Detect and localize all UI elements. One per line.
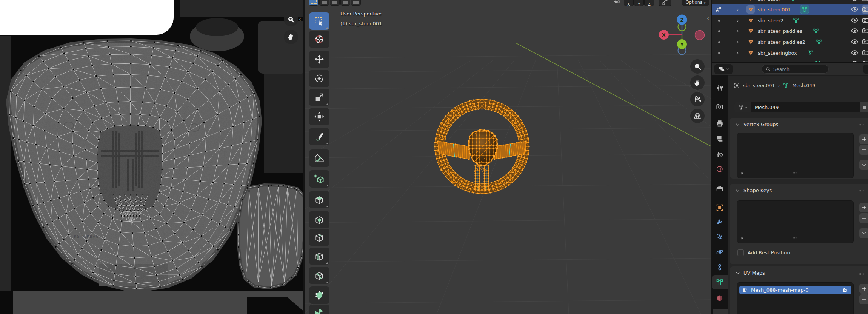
- panel-drag-handle[interactable]: [858, 188, 864, 194]
- viewport-ortho-button[interactable]: [690, 109, 705, 123]
- properties-tab-collection[interactable]: [712, 182, 728, 196]
- visibility-eye-icon[interactable]: [851, 5, 859, 14]
- object-name[interactable]: sbr_steer_paddles2: [758, 39, 805, 45]
- properties-tab-physics[interactable]: [712, 245, 728, 259]
- viewport-zoom-button[interactable]: [690, 59, 705, 74]
- vertex-group-remove-button[interactable]: [859, 145, 868, 155]
- disclosure-chevron-icon[interactable]: ›: [737, 17, 739, 24]
- visibility-eye-icon[interactable]: [851, 38, 859, 46]
- visibility-eye-icon[interactable]: [851, 27, 859, 35]
- tool-spin[interactable]: [309, 305, 329, 314]
- mesh-object-icon[interactable]: [746, 0, 755, 3]
- mesh-object-icon[interactable]: [746, 5, 755, 14]
- options-dropdown[interactable]: Options ▾: [682, 0, 709, 6]
- tool-move[interactable]: [309, 51, 329, 68]
- tool-poly-build[interactable]: [309, 286, 329, 304]
- filter-button-cut[interactable]: [863, 65, 868, 74]
- object-name[interactable]: sbr_steer.001: [758, 7, 791, 12]
- tool-bevel[interactable]: [309, 229, 329, 246]
- uv-map-remove-button[interactable]: [859, 294, 868, 304]
- uv-maps-header[interactable]: UV Maps: [735, 270, 765, 276]
- render-camera-icon[interactable]: [862, 38, 868, 46]
- tool-rotate[interactable]: [309, 70, 329, 87]
- expand-icon[interactable]: [740, 171, 745, 175]
- proportional-falloff-button[interactable]: [659, 0, 671, 6]
- select-mode-button-2[interactable]: [330, 0, 340, 6]
- mesh-data-icon[interactable]: [789, 0, 797, 3]
- resize-grip-icon[interactable]: [792, 236, 799, 240]
- viewport-sidebar-collapse-arrow[interactable]: ‹: [707, 16, 709, 21]
- panel-drag-handle[interactable]: [858, 271, 864, 277]
- editor-type-dropdown[interactable]: [714, 64, 733, 74]
- resize-grip-icon[interactable]: [792, 171, 799, 175]
- add-rest-position-checkbox[interactable]: [737, 249, 744, 256]
- render-camera-icon[interactable]: [862, 16, 868, 25]
- mesh-data-icon[interactable]: [792, 16, 800, 25]
- disclosure-chevron-icon[interactable]: ›: [737, 38, 739, 46]
- mesh-data-icon[interactable]: [812, 27, 820, 35]
- breadcrumb-data[interactable]: Mesh.049: [792, 83, 815, 88]
- properties-tab-modifiers[interactable]: [712, 215, 728, 229]
- render-camera-icon[interactable]: [862, 0, 868, 3]
- outliner-row-sbr_steeringbox[interactable]: › sbr_steeringbox: [712, 48, 868, 58]
- disclosure-chevron-icon[interactable]: ›: [737, 27, 739, 35]
- mesh-data-icon[interactable]: [800, 5, 809, 14]
- mesh-type-dropdown[interactable]: [734, 102, 751, 112]
- uv-zoom-button[interactable]: [284, 12, 298, 26]
- shape-keys-header[interactable]: Shape Keys: [735, 188, 772, 193]
- tool-loop-cut[interactable]: [309, 248, 329, 265]
- tool-knife[interactable]: [309, 267, 329, 284]
- tool-select-box[interactable]: [309, 12, 329, 30]
- mirror-x-button[interactable]: X: [624, 0, 634, 6]
- render-camera-icon[interactable]: [842, 287, 848, 293]
- shape-key-add-button[interactable]: [859, 203, 868, 212]
- properties-tab-scene[interactable]: [712, 147, 728, 161]
- tool-add-cube[interactable]: [309, 170, 329, 188]
- mirror-z-button[interactable]: Z: [644, 0, 654, 6]
- fake-user-button[interactable]: [860, 102, 868, 112]
- mesh-name-input[interactable]: Mesh.049: [751, 102, 860, 112]
- properties-tab-particles[interactable]: [712, 229, 728, 244]
- properties-tab-view-layer[interactable]: [712, 132, 728, 146]
- mirror-y-button[interactable]: Y: [634, 0, 644, 6]
- tool-cursor[interactable]: [309, 31, 329, 48]
- tool-scale[interactable]: [309, 89, 329, 106]
- tool-inset-faces[interactable]: [309, 211, 329, 228]
- shape-keys-list[interactable]: [737, 200, 854, 243]
- outliner-row-sbr_steer2[interactable]: › sbr_steer2: [712, 15, 868, 26]
- select-mode-button-0[interactable]: [309, 0, 319, 6]
- uv-map-add-button[interactable]: [859, 284, 868, 294]
- select-mode-button-4[interactable]: [351, 0, 361, 6]
- properties-tab-constraints[interactable]: [712, 260, 728, 274]
- properties-tab-output[interactable]: [712, 116, 728, 131]
- disclosure-chevron-icon[interactable]: ›: [737, 49, 739, 57]
- outliner-row-sbr_steer_paddles2[interactable]: › sbr_steer_paddles2: [712, 37, 868, 47]
- disclosure-chevron-icon[interactable]: ›: [737, 0, 739, 3]
- viewport-camera-button[interactable]: [690, 92, 705, 106]
- render-camera-icon[interactable]: [862, 27, 868, 35]
- mesh-data-icon[interactable]: [806, 49, 814, 57]
- visibility-eye-icon[interactable]: [851, 16, 859, 25]
- mesh-object-icon[interactable]: [746, 49, 755, 57]
- visibility-eye-icon[interactable]: [851, 49, 859, 57]
- tool-annotate[interactable]: [309, 128, 329, 145]
- expand-icon[interactable]: [740, 236, 745, 240]
- uv-map-item-active[interactable]: Mesh_088-mesh-map-0: [739, 286, 851, 294]
- disclosure-chevron-icon[interactable]: ›: [737, 6, 739, 13]
- vertex-groups-list[interactable]: [737, 133, 854, 178]
- vertex-group-add-button[interactable]: [859, 134, 868, 144]
- shape-key-specials-button[interactable]: [859, 228, 868, 238]
- tool-extrude-region[interactable]: [309, 191, 329, 208]
- mesh-data-icon[interactable]: [815, 38, 823, 46]
- render-camera-icon[interactable]: [862, 5, 868, 14]
- vertex-groups-header[interactable]: Vertex Groups: [735, 122, 778, 127]
- select-mode-button-3[interactable]: [340, 0, 350, 6]
- uv-sidebar-collapse-arrow[interactable]: ‹: [299, 17, 301, 22]
- vertex-group-specials-button[interactable]: [859, 160, 868, 170]
- panel-drag-handle[interactable]: [858, 122, 864, 128]
- mesh-object-icon[interactable]: [746, 27, 755, 35]
- properties-tab-data[interactable]: [712, 275, 728, 289]
- mesh-object-icon[interactable]: [746, 16, 755, 25]
- tool-measure[interactable]: [309, 149, 329, 167]
- outliner-row-sbr_steer.001[interactable]: › sbr_steer.001: [712, 4, 868, 15]
